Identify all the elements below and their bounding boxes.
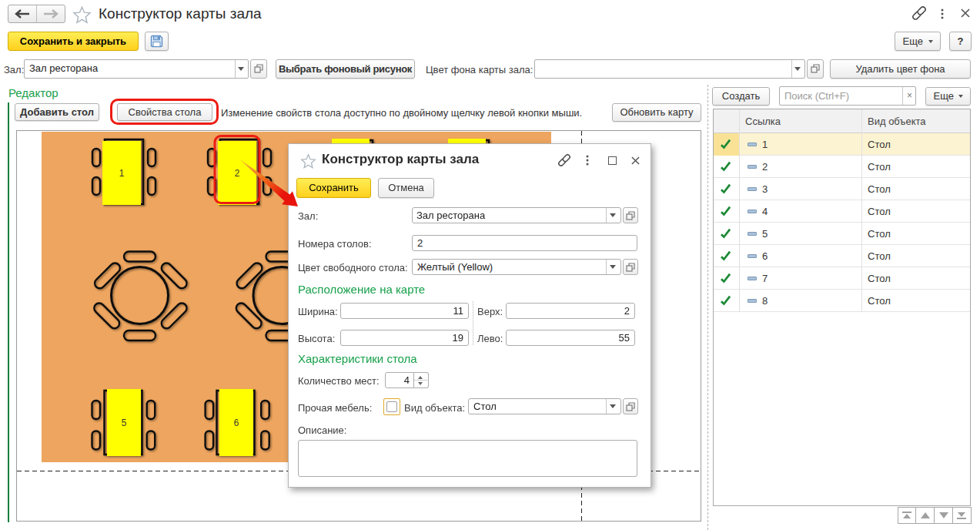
- svg-text:5: 5: [122, 418, 127, 428]
- svg-text:6: 6: [234, 418, 239, 428]
- svg-text:1: 1: [119, 168, 125, 179]
